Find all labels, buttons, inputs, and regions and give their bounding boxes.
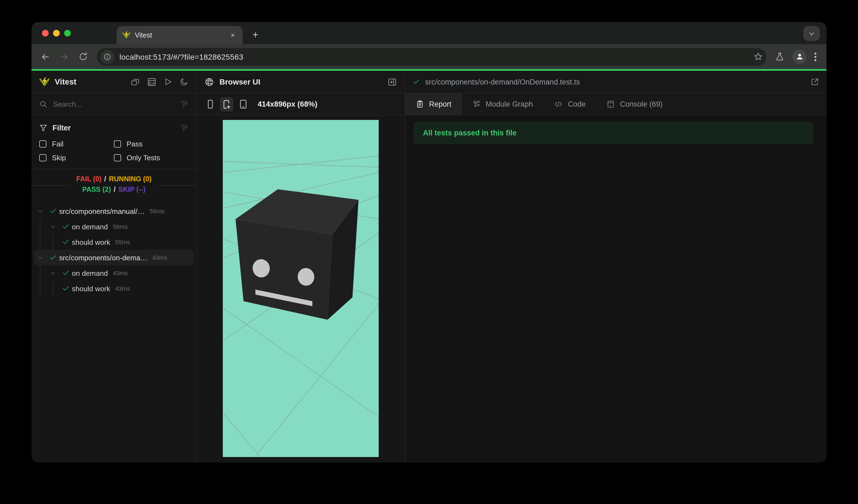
vitest-favicon: [122, 31, 130, 39]
browser-toolbar: localhost:5173/#/?file=1828625563: [32, 44, 826, 69]
forward-button[interactable]: [56, 48, 73, 65]
experiments-flask-icon[interactable]: [775, 52, 784, 61]
test-file-name: src/components/manual/…: [59, 207, 145, 215]
close-window-button[interactable]: [42, 30, 49, 36]
test-file-row[interactable]: src/components/manual/… 56ms: [34, 204, 194, 219]
filter-option-skip[interactable]: Skip: [39, 153, 114, 162]
address-bar[interactable]: localhost:5173/#/?file=1828625563: [97, 48, 766, 65]
app-title: Vitest: [55, 77, 126, 86]
minimize-window-button[interactable]: [53, 30, 60, 36]
browser-tab[interactable]: Vitest ×: [117, 26, 243, 44]
dashboard-icon[interactable]: [147, 77, 157, 86]
open-external-icon[interactable]: [810, 77, 819, 86]
forward-icon: [59, 52, 69, 62]
screen: Vitest × + localhost:5173/#/?file=182862…: [0, 0, 858, 504]
test-duration: 43ms: [152, 254, 167, 261]
report-body: All tests passed in this file: [405, 115, 826, 462]
report-panel: src/components/on-demand/OnDemand.test.t…: [405, 71, 826, 462]
summary-line-2: PASS (2)/SKIP (--): [76, 184, 152, 195]
back-button[interactable]: [37, 48, 54, 65]
test-summary: FAIL (0)/RUNNING (0) PASS (2)/SKIP (--): [32, 169, 196, 200]
test-suite-row[interactable]: on demand 56ms: [34, 219, 194, 234]
url-text[interactable]: localhost:5173/#/?file=1828625563: [120, 52, 753, 61]
tab-label: Code: [568, 100, 586, 108]
clear-filter-icon[interactable]: [180, 124, 189, 132]
tab-label: Module Graph: [486, 100, 533, 108]
reload-icon: [78, 52, 88, 61]
toggle-panel-icon[interactable]: [387, 77, 397, 86]
filter-option-fail[interactable]: Fail: [39, 140, 114, 148]
module-graph-icon: [472, 100, 481, 108]
separator: /: [101, 175, 109, 183]
filter-section: Filter Fail Pass: [32, 115, 196, 169]
summary-line-1: FAIL (0)/RUNNING (0): [76, 174, 152, 184]
test-case-name: should work: [72, 238, 110, 246]
filter-option-only-tests[interactable]: Only Tests: [114, 153, 189, 162]
tab-label: Report: [429, 100, 451, 108]
bookmark-star-icon[interactable]: [753, 52, 763, 61]
tab-close-icon[interactable]: ×: [228, 31, 237, 39]
tab-console[interactable]: Console (69): [596, 93, 673, 115]
chevron-down-icon: [808, 30, 815, 37]
device-toolbar: 414x896px (68%): [197, 93, 405, 115]
device-phone-button[interactable]: [220, 97, 233, 111]
clear-filter-icon[interactable]: [180, 100, 189, 108]
pass-check-icon: [412, 78, 420, 86]
run-all-icon[interactable]: [164, 77, 173, 86]
toolbar-actions: [775, 49, 816, 64]
test-file-row-selected[interactable]: src/components/on-dema… 43ms: [34, 250, 194, 265]
pass-check-icon: [62, 223, 69, 230]
profile-avatar[interactable]: [792, 49, 807, 64]
chevron-down-icon[interactable]: [49, 223, 57, 230]
ui-windows-icon[interactable]: [130, 77, 140, 86]
test-case-row[interactable]: should work 55ms: [34, 234, 194, 250]
fail-count: FAIL (0): [76, 175, 101, 183]
checkbox[interactable]: [39, 154, 46, 161]
kebab-menu-icon[interactable]: [814, 52, 816, 61]
test-duration: 43ms: [113, 270, 128, 276]
dark-mode-moon-icon[interactable]: [180, 77, 189, 86]
browser-ui-panel: Browser UI 414x896px (68%): [197, 71, 405, 462]
chevron-down-icon[interactable]: [36, 254, 44, 261]
new-tab-button[interactable]: +: [248, 28, 263, 42]
report-tabs: Report Module Graph Code Console (69): [405, 93, 826, 115]
checkbox-label: Skip: [52, 153, 66, 162]
browser-preview-canvas[interactable]: [223, 120, 379, 457]
viewport-size-label: 414x896px (68%): [258, 100, 317, 108]
chevron-down-icon[interactable]: [36, 208, 44, 215]
test-case-row[interactable]: should work 43ms: [34, 281, 194, 296]
checkbox[interactable]: [39, 140, 46, 148]
pass-check-icon: [49, 254, 57, 261]
test-suite-row[interactable]: on demand 43ms: [34, 265, 194, 281]
tab-report[interactable]: Report: [405, 93, 462, 115]
tab-code[interactable]: Code: [543, 93, 596, 115]
tab-strip: Vitest × +: [32, 22, 826, 44]
test-file-path: src/components/on-demand/OnDemand.test.t…: [425, 78, 806, 86]
site-info-button[interactable]: [100, 49, 114, 64]
chevron-down-icon[interactable]: [49, 270, 57, 277]
device-tablet-button[interactable]: [237, 97, 250, 111]
tab-search-button[interactable]: [803, 26, 820, 41]
console-icon: [607, 100, 615, 108]
tab-module-graph[interactable]: Module Graph: [462, 93, 543, 115]
browser-window: Vitest × + localhost:5173/#/?file=182862…: [32, 22, 826, 462]
pass-check-icon: [62, 269, 69, 277]
checkbox[interactable]: [114, 154, 121, 161]
skip-count: SKIP (--): [118, 186, 145, 193]
reload-button[interactable]: [75, 48, 91, 65]
test-file-name: src/components/on-dema…: [59, 254, 147, 262]
robot-cube: [236, 189, 359, 320]
funnel-icon: [39, 124, 48, 132]
filter-title: Filter: [52, 124, 175, 132]
tab-label: Console (69): [620, 100, 663, 108]
test-suite-name: on demand: [72, 223, 108, 231]
checkbox-label: Pass: [127, 140, 143, 148]
filter-option-pass[interactable]: Pass: [114, 140, 189, 148]
back-icon: [41, 52, 50, 62]
search-input[interactable]: [53, 100, 175, 108]
checkbox[interactable]: [114, 140, 121, 148]
clipboard-icon: [416, 100, 424, 108]
zoom-window-button[interactable]: [64, 30, 71, 36]
person-icon: [795, 52, 804, 61]
device-narrow-phone-button[interactable]: [204, 97, 217, 111]
